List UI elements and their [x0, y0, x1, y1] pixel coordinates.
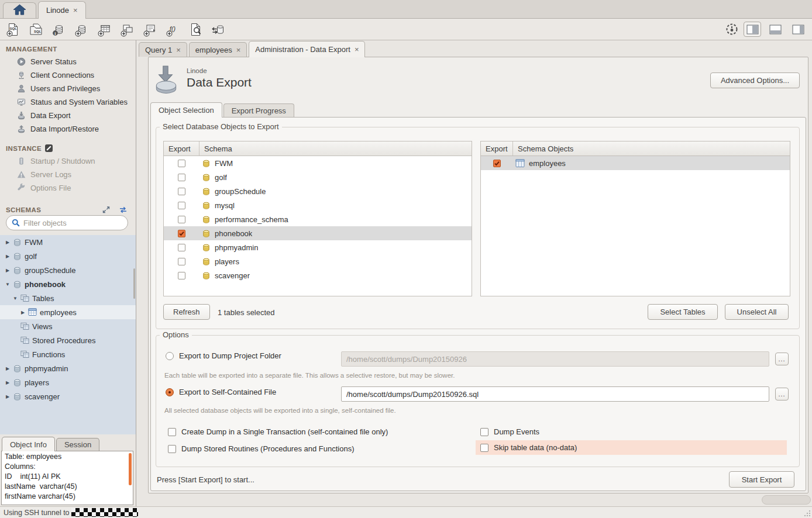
export-checkbox[interactable]	[178, 216, 185, 223]
editor-tab-administration-data-export[interactable]: Administration - Data Export ×	[249, 41, 365, 57]
search-table-data-icon[interactable]	[188, 22, 204, 37]
tab-object-selection[interactable]: Object Selection	[150, 102, 222, 118]
export-checkbox[interactable]	[178, 160, 185, 167]
close-icon[interactable]: ×	[73, 6, 78, 14]
table-row-mysql[interactable]: mysql	[164, 198, 472, 212]
start-export-button[interactable]: Start Export	[729, 471, 794, 488]
refresh-button[interactable]: Refresh	[163, 304, 210, 320]
sidebar-item-startup-shutdown[interactable]: Startup / Shutdown	[0, 154, 136, 168]
tree-item-scavenger[interactable]: ▶ scavenger	[0, 389, 136, 403]
table-row-golf[interactable]: golf	[164, 170, 472, 184]
export-checkbox[interactable]	[178, 258, 185, 265]
unselect-all-button[interactable]: Unselect All	[725, 304, 789, 320]
expand-schemas-icon[interactable]	[102, 206, 110, 213]
tree-item-phonebook[interactable]: ▼ phonebook	[0, 277, 136, 291]
select-tables-button[interactable]: Select Tables	[648, 304, 718, 320]
table-row-performance-schema[interactable]: performance_schema	[164, 212, 472, 226]
option-dump-stored-routines-procedures-and-functions[interactable]: Dump Stored Routines (Procedures and Fun…	[168, 441, 355, 456]
expand-arrow-icon[interactable]: ▶	[4, 268, 12, 273]
dump-project-folder-radio[interactable]	[166, 352, 174, 360]
tab-export-progress[interactable]: Export Progress	[223, 103, 294, 117]
new-function-icon[interactable]: f()	[165, 22, 181, 37]
new-table-icon[interactable]	[97, 22, 112, 37]
reconnect-dbms-icon[interactable]	[211, 22, 226, 37]
checkbox[interactable]	[480, 428, 488, 436]
resize-grip[interactable]	[803, 509, 811, 517]
table-row-players[interactable]: players	[164, 254, 472, 268]
self-contained-path-input[interactable]	[341, 386, 769, 402]
sidebar-item-status-and-system-variables[interactable]: Status and System Variables	[0, 95, 136, 109]
expand-arrow-icon[interactable]: ▶	[19, 310, 27, 315]
expand-arrow-icon[interactable]: ▼	[4, 282, 12, 287]
schema-filter-input[interactable]	[23, 219, 126, 227]
sidebar-item-client-connections[interactable]: Client Connections	[0, 68, 136, 82]
export-checkbox[interactable]	[178, 202, 185, 209]
export-checkbox[interactable]	[178, 230, 185, 237]
advanced-options-button[interactable]: Advanced Options...	[710, 72, 800, 88]
expand-arrow-icon[interactable]: ▼	[11, 296, 19, 301]
horizontal-scrollbar[interactable]	[762, 495, 811, 505]
sidebar-item-server-status[interactable]: Server Status	[0, 55, 136, 68]
tree-item-employees[interactable]: ▶ employees	[0, 305, 136, 319]
tree-item-phpmyadmin[interactable]: ▶ phpmyadmin	[0, 361, 136, 375]
export-checkbox[interactable]	[178, 188, 185, 195]
tree-item-golf[interactable]: ▶ golf	[0, 249, 136, 263]
browse-folder-button[interactable]: ...	[775, 353, 789, 365]
new-schema-icon[interactable]	[74, 22, 90, 37]
tree-item-fwm[interactable]: ▶ FWM	[0, 235, 136, 249]
sidebar-scrollbar[interactable]	[133, 268, 135, 299]
export-checkbox[interactable]	[178, 244, 185, 251]
expand-arrow-icon[interactable]: ▶	[4, 240, 12, 245]
option-create-dump-in-a-single-transaction-self-contained-file-only[interactable]: Create Dump in a Single Transaction (sel…	[168, 424, 388, 439]
sidebar-item-data-export[interactable]: Data Export	[0, 109, 136, 122]
option-skip-table-data-no-data[interactable]: Skip table data (no-data)	[476, 440, 787, 455]
option-dump-events[interactable]: Dump Events	[480, 424, 539, 439]
table-row-fwm[interactable]: FWM	[164, 156, 472, 170]
tree-item-groupschedule[interactable]: ▶ groupSchedule	[0, 263, 136, 277]
tab-session[interactable]: Session	[56, 438, 99, 451]
close-icon[interactable]: ×	[176, 46, 181, 54]
tree-item-stored-procedures[interactable]: Stored Procedures	[0, 333, 136, 347]
refresh-schemas-icon[interactable]	[119, 206, 128, 213]
self-contained-file-radio[interactable]	[166, 388, 174, 396]
tab-object-info[interactable]: Object Info	[2, 437, 55, 451]
connection-tab[interactable]: Linode ×	[38, 1, 86, 19]
export-checkbox[interactable]	[178, 174, 185, 181]
close-icon[interactable]: ×	[355, 46, 359, 53]
table-row-groupschedule[interactable]: groupSchedule	[164, 184, 472, 198]
sidebar-item-users-and-privileges[interactable]: Users and Privileges	[0, 82, 136, 95]
expand-arrow-icon[interactable]: ▶	[4, 366, 12, 371]
checkbox[interactable]	[168, 428, 176, 436]
tree-item-views[interactable]: Views	[0, 319, 136, 333]
sidebar-item-data-import-restore[interactable]: Data Import/Restore	[0, 122, 136, 136]
expand-arrow-icon[interactable]: ▶	[4, 254, 12, 259]
browse-file-button[interactable]: ...	[775, 388, 789, 400]
editor-tab-employees[interactable]: employees ×	[189, 42, 247, 57]
expand-arrow-icon[interactable]: ▶	[4, 380, 12, 385]
new-procedure-icon[interactable]	[142, 22, 158, 37]
checkbox[interactable]	[168, 445, 176, 453]
export-checkbox[interactable]	[178, 272, 185, 279]
expand-arrow-icon[interactable]: ▶	[4, 394, 12, 399]
export-checkbox[interactable]	[493, 160, 501, 167]
close-icon[interactable]: ×	[236, 46, 241, 54]
tree-item-functions[interactable]: Functions	[0, 347, 136, 361]
table-row-employees[interactable]: employees	[481, 156, 790, 170]
object-info-scrollbar[interactable]	[129, 453, 132, 485]
dump-folder-path-input[interactable]	[341, 351, 769, 367]
table-row-phonebook[interactable]: phonebook	[164, 226, 472, 240]
table-row-scavenger[interactable]: scavenger	[164, 268, 472, 282]
new-query-tab-icon[interactable]: SQL	[5, 22, 21, 37]
home-tab[interactable]	[3, 2, 36, 18]
tree-item-tables[interactable]: ▼ Tables	[0, 291, 136, 305]
open-sql-script-icon[interactable]: SQL	[28, 22, 44, 37]
new-view-icon[interactable]	[119, 22, 135, 37]
sidebar-item-server-logs[interactable]: Server Logs	[0, 168, 136, 181]
tree-item-players[interactable]: ▶ players	[0, 375, 136, 389]
schema-inspector-icon[interactable]: i	[51, 22, 67, 37]
toggle-bottom-panel-icon[interactable]	[766, 22, 784, 37]
checkbox[interactable]	[480, 444, 488, 452]
toggle-left-sidebar-icon[interactable]	[744, 22, 761, 37]
sidebar-item-options-file[interactable]: Options File	[0, 181, 136, 195]
toggle-right-sidebar-icon[interactable]	[789, 22, 807, 37]
